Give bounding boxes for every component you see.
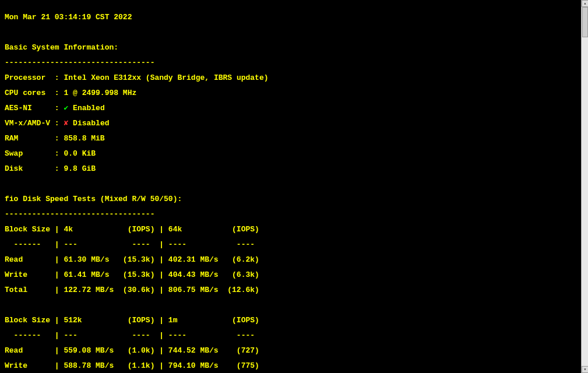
fio-separator: --------------------------------- <box>5 210 576 218</box>
sysinfo-processor: Processor : Intel Xeon E312xx (Sandy Bri… <box>5 74 576 82</box>
sysinfo-disk: Disk : 9.8 GiB <box>5 165 576 173</box>
fio-read-4k: Read | 61.30 MB/s (15.3k) | 402.31 MB/s … <box>5 256 576 263</box>
timestamp-line: Mon Mar 21 03:14:19 CST 2022 <box>5 13 576 21</box>
scrollbar[interactable]: ▴ ▾ <box>581 0 588 373</box>
fio-total-4k: Total | 122.72 MB/s (30.6k) | 806.75 MB/… <box>5 286 576 294</box>
sysinfo-separator: --------------------------------- <box>5 59 576 66</box>
fio-write-512k: Write | 588.78 MB/s (1.1k) | 794.10 MB/s… <box>5 362 576 370</box>
fio-read-512k: Read | 559.08 MB/s (1.0k) | 744.52 MB/s … <box>5 347 576 354</box>
sysinfo-aesni: AES-NI : ✔ Enabled <box>5 104 576 112</box>
scroll-down-button[interactable]: ▾ <box>582 366 588 373</box>
sysinfo-title: Basic System Information: <box>5 44 576 51</box>
terminal-output: Mon Mar 21 03:14:19 CST 2022 Basic Syste… <box>0 0 581 373</box>
scroll-thumb[interactable] <box>582 7 588 37</box>
sysinfo-cpucores: CPU cores : 1 @ 2499.998 MHz <box>5 89 576 97</box>
fio-header2: Block Size | 512k (IOPS) | 1m (IOPS) <box>5 316 576 324</box>
fio-divider2: ------ | --- ---- | ---- ---- <box>5 332 576 339</box>
scroll-up-button[interactable]: ▴ <box>582 0 588 7</box>
fio-write-4k: Write | 61.41 MB/s (15.3k) | 404.43 MB/s… <box>5 271 576 279</box>
check-icon: ✔ <box>64 104 68 112</box>
fio-header1: Block Size | 4k (IOPS) | 64k (IOPS) <box>5 226 576 233</box>
fio-title: fio Disk Speed Tests (Mixed R/W 50/50): <box>5 195 576 203</box>
cross-icon: ✘ <box>64 119 68 128</box>
fio-divider1: ------ | --- ---- | ---- ---- <box>5 241 576 248</box>
sysinfo-ram: RAM : 858.8 MiB <box>5 135 576 142</box>
sysinfo-vmx: VM-x/AMD-V : ✘ Disabled <box>5 119 576 127</box>
sysinfo-swap: Swap : 0.0 KiB <box>5 150 576 157</box>
